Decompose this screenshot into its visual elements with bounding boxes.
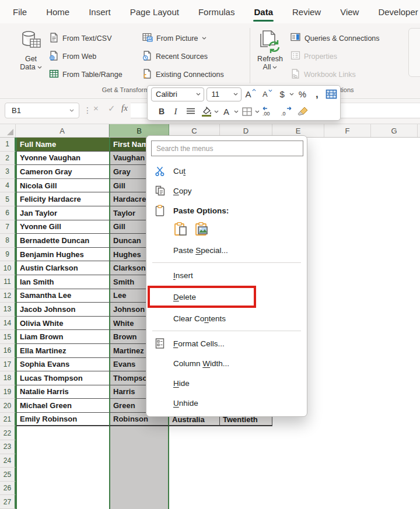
row-header-6[interactable]: 6 — [0, 206, 16, 220]
accounting-format-icon[interactable]: $ — [275, 87, 289, 102]
tab-review[interactable]: Review — [292, 7, 321, 17]
from-text-csv-button[interactable]: From Text/CSV — [49, 29, 123, 47]
tab-page-layout[interactable]: Page Layout — [130, 7, 179, 17]
font-color-icon[interactable]: A — [219, 104, 234, 119]
cell-a2[interactable]: Yvonne Vaughan — [16, 152, 109, 166]
cell-a9[interactable]: Benjamin Hughes — [16, 248, 109, 262]
from-web-button[interactable]: From Web — [49, 47, 123, 65]
cell-a6[interactable]: Jan Taylor — [16, 206, 109, 220]
increase-font-icon[interactable]: A — [242, 87, 259, 102]
row-header-2[interactable]: 2 — [0, 152, 16, 166]
row-header-24[interactable]: 24 — [0, 454, 16, 468]
cell-a19[interactable]: Natalie Harris — [16, 385, 109, 399]
column-header-a[interactable]: A — [16, 124, 109, 137]
chevron-down-icon[interactable] — [289, 93, 294, 96]
italic-icon[interactable]: I — [169, 104, 183, 119]
tab-file[interactable]: File — [13, 7, 27, 17]
row-header-20[interactable]: 20 — [0, 399, 16, 413]
formula-bar-grip-icon[interactable]: ⋮ — [83, 106, 92, 115]
cell-a16[interactable]: Ella Martinez — [16, 344, 109, 358]
row-header-1[interactable]: 1 — [0, 138, 16, 152]
tab-view[interactable]: View — [340, 7, 359, 17]
tab-developer[interactable]: Developer — [378, 7, 418, 17]
cell-b23[interactable] — [109, 440, 169, 454]
cell-a17[interactable]: Sophia Evans — [16, 358, 109, 372]
row-header-22[interactable]: 22 — [0, 426, 16, 440]
cell-a24[interactable] — [16, 454, 109, 468]
row-header-8[interactable]: 8 — [0, 234, 16, 248]
cell-a23[interactable] — [16, 440, 109, 454]
row-header-26[interactable]: 26 — [0, 482, 16, 496]
row-header-9[interactable]: 9 — [0, 248, 16, 262]
cell-b25[interactable] — [109, 468, 169, 482]
cell-a7[interactable]: Yvonne Gill — [16, 220, 109, 234]
row-header-10[interactable]: 10 — [0, 261, 16, 275]
chevron-down-icon[interactable] — [214, 110, 219, 113]
cell-a14[interactable]: Olivia White — [16, 317, 109, 331]
menu-item-cut[interactable]: Cut — [146, 161, 307, 181]
tab-data[interactable]: Data — [254, 7, 273, 17]
increase-decimal-icon[interactable]: .00 — [260, 104, 277, 119]
recent-sources-button[interactable]: Recent Sources — [142, 47, 224, 65]
from-table-range-button[interactable]: From Table/Range — [49, 65, 123, 83]
cell-a27[interactable] — [16, 495, 109, 509]
row-header-27[interactable]: 27 — [0, 495, 16, 509]
menu-item-format-cells[interactable]: Format Cells... — [146, 334, 307, 353]
menu-item-copy[interactable]: Copy — [146, 181, 307, 201]
row-header-4[interactable]: 4 — [0, 179, 16, 193]
enter-icon[interactable]: ✓ — [108, 103, 116, 114]
cell-a22[interactable] — [16, 426, 109, 440]
cell-a12[interactable]: Samantha Lee — [16, 289, 109, 303]
cell-a1[interactable]: Full Name — [16, 138, 109, 152]
row-header-16[interactable]: 16 — [0, 344, 16, 358]
row-header-13[interactable]: 13 — [0, 303, 16, 317]
comma-style-icon[interactable]: , — [311, 87, 323, 102]
cell-a5[interactable]: Felicity Hardacre — [16, 192, 109, 206]
row-header-15[interactable]: 15 — [0, 330, 16, 344]
row-header-21[interactable]: 21 — [0, 413, 16, 427]
row-header-25[interactable]: 25 — [0, 468, 16, 482]
column-header-g[interactable]: G — [371, 124, 418, 137]
insert-function-icon[interactable]: fx — [121, 103, 128, 113]
menu-item-hide[interactable]: Hide — [146, 373, 307, 393]
cell-b27[interactable] — [109, 495, 169, 509]
chevron-down-icon[interactable] — [255, 110, 260, 113]
row-header-14[interactable]: 14 — [0, 317, 16, 331]
borders-icon[interactable] — [239, 104, 255, 119]
cancel-icon[interactable]: × — [93, 103, 99, 113]
row-header-18[interactable]: 18 — [0, 371, 16, 385]
fill-color-icon[interactable] — [199, 104, 214, 119]
search-input[interactable] — [151, 141, 303, 156]
cell-a13[interactable]: Jacob Johnson — [16, 303, 109, 317]
decrease-decimal-icon[interactable]: .0 — [277, 104, 295, 119]
tab-formulas[interactable]: Formulas — [198, 7, 235, 17]
queries-connections-button[interactable]: Queries & Connections — [290, 29, 380, 47]
row-header-7[interactable]: 7 — [0, 220, 16, 234]
cell-a3[interactable]: Cameron Gray — [16, 165, 109, 179]
decrease-font-icon[interactable]: A — [259, 87, 275, 102]
format-as-table-icon[interactable] — [323, 87, 340, 102]
row-header-5[interactable]: 5 — [0, 192, 16, 206]
select-all-corner[interactable] — [0, 124, 16, 137]
row-header-11[interactable]: 11 — [0, 275, 16, 289]
cell-a8[interactable]: Bernadette Duncan — [16, 234, 109, 248]
bold-icon[interactable]: B — [155, 104, 169, 119]
menu-item-paste-special[interactable]: Paste Special... — [146, 240, 307, 260]
row-header-3[interactable]: 3 — [0, 165, 16, 179]
format-painter-icon[interactable] — [295, 104, 311, 119]
row-header-12[interactable]: 12 — [0, 289, 16, 303]
cell-a4[interactable]: Nicola Gill — [16, 179, 109, 193]
center-align-icon[interactable] — [183, 104, 199, 119]
row-header-17[interactable]: 17 — [0, 358, 16, 372]
cell-a15[interactable]: Liam Brown — [16, 330, 109, 344]
percent-style-icon[interactable]: % — [294, 87, 312, 102]
name-box[interactable]: B1 — [5, 103, 79, 118]
menu-item-clear-contents[interactable]: Clear Contents — [146, 308, 307, 328]
chevron-down-icon[interactable] — [234, 110, 239, 113]
cell-a26[interactable] — [16, 482, 109, 496]
row-header-23[interactable]: 23 — [0, 440, 16, 454]
menu-item-column-width[interactable]: Column Width... — [146, 353, 307, 373]
tab-insert[interactable]: Insert — [89, 7, 111, 17]
cell-b24[interactable] — [109, 454, 169, 468]
tab-home[interactable]: Home — [46, 7, 69, 17]
